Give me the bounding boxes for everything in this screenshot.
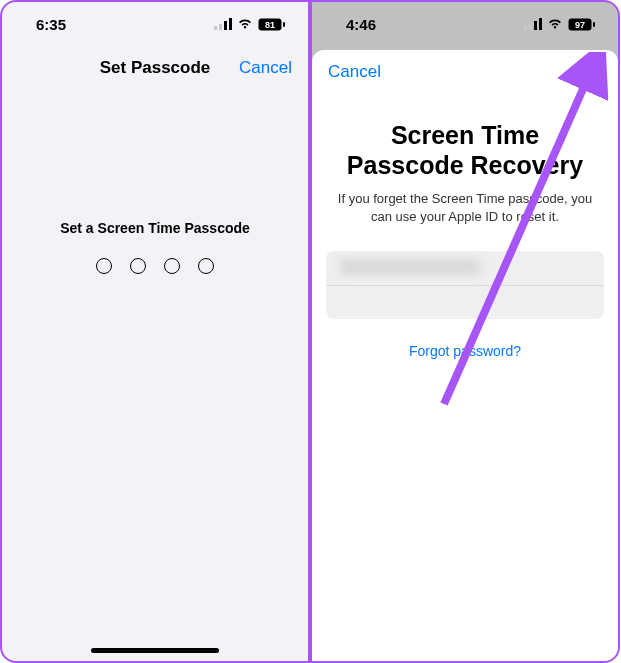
signal-icon xyxy=(524,18,542,30)
forgot-password-link[interactable]: Forgot password? xyxy=(312,343,618,359)
svg-rect-2 xyxy=(224,21,227,30)
passcode-dots[interactable] xyxy=(2,258,308,274)
appleid-value-redacted xyxy=(340,259,480,275)
svg-rect-8 xyxy=(529,24,532,30)
field-divider xyxy=(326,285,604,286)
phone-right: 4:46 97 Cancel OK Screen Time Passcode R… xyxy=(310,0,620,663)
status-icons: 97 xyxy=(524,18,596,31)
svg-rect-3 xyxy=(229,18,232,30)
svg-rect-7 xyxy=(524,26,527,30)
appleid-field[interactable] xyxy=(326,251,604,319)
cancel-button[interactable]: Cancel xyxy=(239,58,292,78)
status-time: 6:35 xyxy=(36,16,66,33)
modal-sheet: Cancel OK Screen Time Passcode Recovery … xyxy=(312,50,618,661)
svg-text:97: 97 xyxy=(575,19,585,29)
home-indicator[interactable] xyxy=(91,648,219,653)
sheet-nav: Cancel OK xyxy=(312,50,618,94)
wifi-icon xyxy=(237,18,253,30)
phone-left: 6:35 81 Set Passcode Cancel Set a Screen… xyxy=(0,0,310,663)
ok-button[interactable]: OK xyxy=(577,62,603,82)
passcode-dot xyxy=(130,258,146,274)
recovery-title: Screen Time Passcode Recovery xyxy=(312,120,618,180)
passcode-dot xyxy=(198,258,214,274)
cancel-button[interactable]: Cancel xyxy=(328,62,381,82)
wifi-icon xyxy=(547,18,563,30)
signal-icon xyxy=(214,18,232,30)
passcode-prompt: Set a Screen Time Passcode xyxy=(2,220,308,236)
recovery-subtitle: If you forget the Screen Time passcode, … xyxy=(312,190,618,225)
nav-title: Set Passcode xyxy=(100,58,211,78)
svg-text:81: 81 xyxy=(265,19,275,29)
status-icons: 81 xyxy=(214,18,286,31)
status-time: 4:46 xyxy=(346,16,376,33)
battery-icon: 81 xyxy=(258,18,286,31)
svg-rect-9 xyxy=(534,21,537,30)
status-bar: 4:46 97 xyxy=(312,2,618,46)
svg-rect-1 xyxy=(219,24,222,30)
passcode-dot xyxy=(96,258,112,274)
battery-icon: 97 xyxy=(568,18,596,31)
svg-rect-0 xyxy=(214,26,217,30)
svg-rect-10 xyxy=(539,18,542,30)
passcode-dot xyxy=(164,258,180,274)
nav-bar: Set Passcode Cancel xyxy=(2,46,308,90)
svg-rect-5 xyxy=(283,22,285,27)
svg-rect-12 xyxy=(593,22,595,27)
status-bar: 6:35 81 xyxy=(2,2,308,46)
